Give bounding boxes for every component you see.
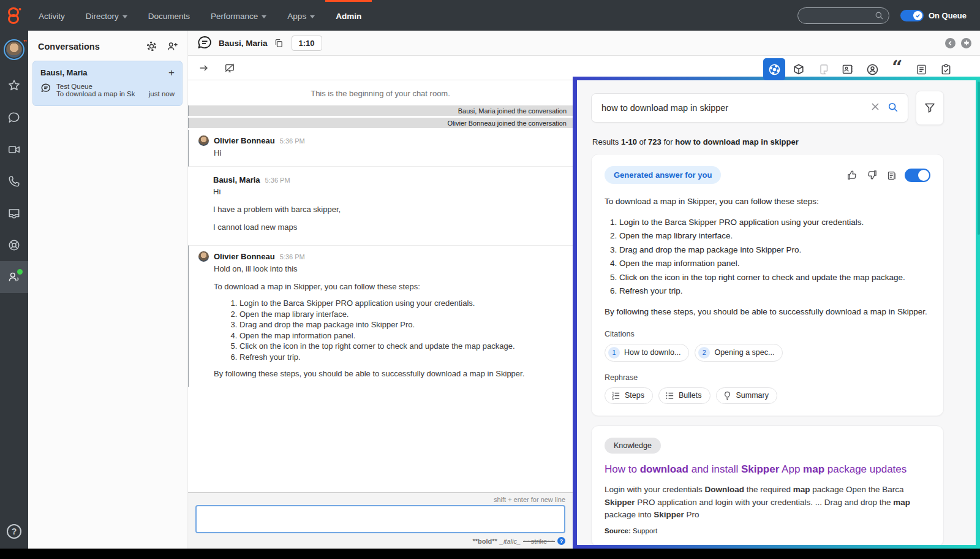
nav-admin-label: Admin <box>336 12 361 21</box>
bullet-list-icon <box>665 391 674 400</box>
scroll-icon <box>817 63 829 75</box>
results-for: for <box>662 137 675 146</box>
knowledge-article-snippet: Login with your credentials Download the… <box>605 484 930 522</box>
chat-message-list[interactable]: This is the beginning of your chat room.… <box>188 80 573 492</box>
message-author: Olivier Bonneau <box>214 252 275 261</box>
nav-activity[interactable]: Activity <box>28 0 75 31</box>
panel-scrollbar[interactable] <box>978 82 980 235</box>
message-step: Click on the icon in the top right corne… <box>239 341 563 351</box>
clear-search-icon[interactable] <box>870 102 880 112</box>
help-icon[interactable]: ? <box>557 537 565 545</box>
knowledge-search <box>591 93 908 125</box>
check-icon <box>915 13 921 18</box>
transfer-arrow-icon[interactable] <box>198 63 210 74</box>
title-part-highlight: download <box>640 463 688 475</box>
nav-performance-label: Performance <box>211 12 258 21</box>
rail-item-support[interactable] <box>0 229 28 261</box>
thumbs-down-icon[interactable] <box>866 169 878 181</box>
rail-item-chat[interactable] <box>0 102 28 134</box>
tab-contact-card[interactable] <box>837 58 859 80</box>
rail-item-phone[interactable] <box>0 165 28 197</box>
rail-item-favorites[interactable] <box>0 70 28 102</box>
conversation-list-item[interactable]: Bausi, Maria + Test Queue To download a … <box>32 61 183 106</box>
conversation-name: Bausi, Maria <box>40 68 168 77</box>
on-queue-toggle[interactable] <box>900 10 924 21</box>
avatar-photo <box>6 42 22 58</box>
hint-italic: _italic_ <box>500 538 521 545</box>
title-part: package updates <box>824 463 907 475</box>
answer-step: Open the map library interface. <box>619 230 930 242</box>
conversation-preview: To download a map in Skipper, yo <box>56 90 135 97</box>
nav-activity-label: Activity <box>39 12 65 21</box>
tab-wrapup-clipboard[interactable] <box>935 58 957 80</box>
nav-directory-label: Directory <box>86 12 119 21</box>
filter-button[interactable] <box>916 91 944 125</box>
user-avatar[interactable]: ” <box>4 39 24 60</box>
thumbs-up-icon[interactable] <box>846 169 858 181</box>
conversations-header: Conversations <box>28 31 187 59</box>
chat-participant-name: Bausi, Maria <box>219 39 268 48</box>
message-text: Hold on, ill look into this <box>214 264 563 273</box>
nav-directory[interactable]: Directory <box>75 0 138 31</box>
nav-performance[interactable]: Performance <box>200 0 277 31</box>
presence-dot <box>17 269 23 275</box>
message-text: To download a map in Skipper, you can fo… <box>214 282 563 291</box>
settings-gear-icon[interactable] <box>146 40 157 52</box>
nav-admin[interactable]: Admin <box>325 0 372 31</box>
results-range: 1-10 <box>621 137 637 146</box>
avatar-status-badge: ” <box>23 38 28 47</box>
answer-step: Open the map information panel. <box>619 257 930 270</box>
snippet-part: PRO application and login with your cred… <box>635 498 894 507</box>
title-part: App <box>779 463 803 475</box>
nav-apps[interactable]: Apps <box>277 0 325 31</box>
add-person-icon[interactable] <box>166 40 178 52</box>
rephrase-summary-button[interactable]: Summary <box>716 387 777 404</box>
knowledge-article-title[interactable]: How to download and install Skipper App … <box>605 463 930 476</box>
answer-toggle[interactable] <box>905 169 930 182</box>
tab-knowledge-ball[interactable] <box>763 58 785 80</box>
star-icon <box>7 79 21 93</box>
chat-composer: shift + enter for new line **bold** _ita… <box>188 492 573 549</box>
tab-script[interactable] <box>812 58 834 80</box>
rail-item-interactions[interactable] <box>0 261 28 293</box>
nav-apps-label: Apps <box>287 12 306 21</box>
knowledge-badge: Knowledge <box>605 438 661 454</box>
lightbulb-icon <box>723 391 732 400</box>
copy-answer-icon[interactable] <box>886 170 897 181</box>
message-time: 5:36 PM <box>280 253 305 260</box>
answer-steps-list: Login to the Barca Skipper PRO applicati… <box>608 216 930 297</box>
funnel-icon <box>924 102 936 114</box>
rephrase-bullets-button[interactable]: Bullets <box>658 387 710 404</box>
copy-icon[interactable] <box>274 38 284 48</box>
tab-apps-cube[interactable] <box>788 58 810 80</box>
chevron-down-icon <box>123 15 127 18</box>
chat-message: Olivier Bonneau 5:36 PM Hold on, ill loo… <box>188 245 573 387</box>
citation-pill[interactable]: 2 Opening a spec... <box>695 344 783 362</box>
citation-pill[interactable]: 1 How to downlo... <box>605 344 689 362</box>
message-steps-list: Login to the Barca Skipper PRO applicati… <box>228 299 563 362</box>
rail-item-video[interactable] <box>0 134 28 165</box>
chat-composer-input[interactable] <box>195 505 565 533</box>
rephrase-steps-button[interactable]: Steps <box>605 387 653 404</box>
hint-strike: ~~strike~~ <box>523 538 555 545</box>
collapse-left-icon[interactable] <box>945 38 956 48</box>
genesys-logo[interactable] <box>0 0 28 31</box>
message-step: Drag and drop the map package into Skipp… <box>239 320 563 329</box>
plus-icon[interactable]: + <box>168 70 175 76</box>
nav-documents[interactable]: Documents <box>138 0 200 31</box>
avatar-status-ring <box>4 39 24 60</box>
help-icon[interactable]: ? <box>7 524 21 539</box>
tab-profile[interactable] <box>861 58 883 80</box>
tab-responses-quotes[interactable]: “ <box>886 58 908 80</box>
ball-icon <box>768 63 781 76</box>
popout-icon[interactable] <box>961 38 971 48</box>
rephrase-bullets-label: Bullets <box>679 391 702 400</box>
rail-item-inbox[interactable] <box>0 197 28 229</box>
no-screen-share-icon[interactable] <box>224 63 236 74</box>
inbox-tray-icon <box>7 207 21 220</box>
knowledge-search-input[interactable] <box>591 93 908 123</box>
search-icon[interactable] <box>888 102 899 113</box>
title-part: How to <box>605 463 640 475</box>
tab-notes[interactable] <box>910 58 932 80</box>
answer-step: Refresh your trip. <box>619 285 930 297</box>
